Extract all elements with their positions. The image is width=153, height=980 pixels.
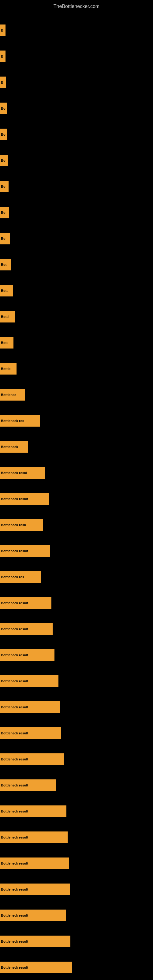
bar-row-20: Bottleneck resu xyxy=(0,513,153,538)
bar-row-33: Bottleneck result xyxy=(0,851,153,876)
bar-row-16: Bottleneck res xyxy=(0,409,153,433)
bar-row-29: Bottleneck result xyxy=(0,747,153,772)
bar-row-34: Bottleneck result xyxy=(0,877,153,902)
bar-row-18: Bottleneck resul xyxy=(0,461,153,485)
bar-9: Bo xyxy=(0,233,10,244)
bar-31: Bottleneck result xyxy=(0,805,66,817)
bar-34: Bottleneck result xyxy=(0,883,70,895)
bar-14: Bottle xyxy=(0,363,16,375)
bar-row-19: Bottleneck result xyxy=(0,487,153,511)
bar-row-8: Bo xyxy=(0,200,153,225)
bar-row-23: Bottleneck result xyxy=(0,591,153,616)
bar-row-2: B xyxy=(0,45,153,69)
bar-4: Bo xyxy=(0,103,7,114)
bar-row-25: Bottleneck result xyxy=(0,643,153,668)
bar-3: B xyxy=(0,76,6,88)
bar-row-9: Bo xyxy=(0,227,153,251)
bar-row-12: Bottl xyxy=(0,305,153,329)
site-title: TheBottlenecker.com xyxy=(0,1,153,12)
bar-29: Bottleneck result xyxy=(0,753,64,765)
bar-23: Bottleneck result xyxy=(0,597,51,609)
bar-row-6: Bo xyxy=(0,148,153,173)
bar-1: B xyxy=(0,24,5,36)
bar-row-1: B xyxy=(0,18,153,43)
bar-35: Bottleneck result xyxy=(0,910,66,921)
bar-11: Bott xyxy=(0,285,13,296)
bar-7: Bo xyxy=(0,181,9,192)
bar-row-14: Bottle xyxy=(0,357,153,381)
bar-row-5: Bo xyxy=(0,123,153,147)
bar-row-37: Bottleneck result xyxy=(0,956,153,980)
bar-row-15: Bottlenec xyxy=(0,383,153,407)
bar-37: Bottleneck result xyxy=(0,962,72,973)
bar-28: Bottleneck result xyxy=(0,727,61,739)
bar-8: Bo xyxy=(0,207,9,218)
bar-row-7: Bo xyxy=(0,175,153,199)
bar-row-26: Bottleneck result xyxy=(0,669,153,694)
bar-row-35: Bottleneck result xyxy=(0,904,153,928)
bar-row-17: Bottleneck xyxy=(0,435,153,460)
bar-18: Bottleneck resul xyxy=(0,467,45,479)
bar-row-27: Bottleneck result xyxy=(0,695,153,720)
bar-row-28: Bottleneck result xyxy=(0,721,153,746)
bar-15: Bottlenec xyxy=(0,389,25,401)
bar-12: Bottl xyxy=(0,311,15,323)
bar-row-10: Bot xyxy=(0,253,153,277)
bar-10: Bot xyxy=(0,259,11,270)
bar-32: Bottleneck result xyxy=(0,832,68,843)
bar-row-31: Bottleneck result xyxy=(0,799,153,824)
bar-row-30: Bottleneck result xyxy=(0,773,153,798)
bar-19: Bottleneck result xyxy=(0,493,49,505)
bar-24: Bottleneck result xyxy=(0,623,53,635)
bar-row-22: Bottleneck res xyxy=(0,565,153,590)
bar-36: Bottleneck result xyxy=(0,935,70,947)
bar-row-11: Bott xyxy=(0,279,153,303)
bar-row-4: Bo xyxy=(0,97,153,121)
bar-17: Bottleneck xyxy=(0,441,28,453)
bar-row-3: B xyxy=(0,70,153,95)
bar-21: Bottleneck result xyxy=(0,545,50,557)
bar-row-24: Bottleneck result xyxy=(0,617,153,641)
bar-6: Bo xyxy=(0,155,8,166)
bar-row-32: Bottleneck result xyxy=(0,825,153,850)
bar-row-36: Bottleneck result xyxy=(0,929,153,954)
bar-row-21: Bottleneck result xyxy=(0,539,153,563)
bar-22: Bottleneck res xyxy=(0,571,41,583)
bar-13: Bott xyxy=(0,337,13,348)
bar-20: Bottleneck resu xyxy=(0,519,43,531)
bar-27: Bottleneck result xyxy=(0,701,60,713)
bar-33: Bottleneck result xyxy=(0,858,69,869)
bar-26: Bottleneck result xyxy=(0,675,59,687)
bar-16: Bottleneck res xyxy=(0,415,40,426)
bar-5: Bo xyxy=(0,129,7,140)
bar-row-13: Bott xyxy=(0,331,153,355)
bar-25: Bottleneck result xyxy=(0,649,54,661)
bar-30: Bottleneck result xyxy=(0,780,56,791)
bar-2: B xyxy=(0,51,5,62)
